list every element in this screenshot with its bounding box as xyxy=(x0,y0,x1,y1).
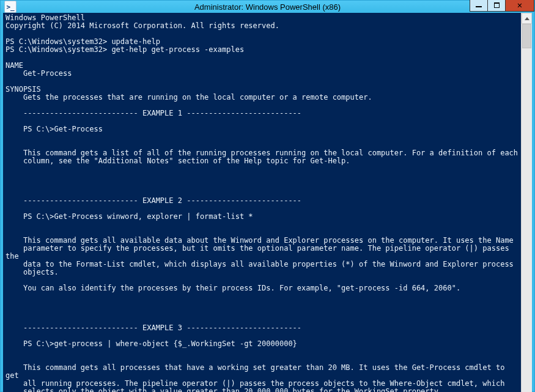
example-command: PS C:\>get-process | where-object {$_.Wo… xyxy=(6,339,297,348)
example-description: This command gets all processes that hav… xyxy=(6,363,509,392)
minimize-button[interactable] xyxy=(470,0,488,12)
section-header: NAME xyxy=(6,61,23,70)
banner-line: Windows PowerShell xyxy=(6,13,85,22)
client-area: Windows PowerShell Copyright (C) 2014 Mi… xyxy=(3,13,532,392)
window-title: Administrator: Windows PowerShell (x86) xyxy=(1,2,534,12)
example-description: This command gets all available data abo… xyxy=(6,236,514,276)
prompt-line: PS C:\Windows\system32> update-help xyxy=(6,37,160,46)
maximize-icon xyxy=(494,2,500,8)
powershell-window: >_ Administrator: Windows PowerShell (x8… xyxy=(0,0,535,392)
scrollbar-thumb[interactable] xyxy=(522,24,531,48)
section-header: SYNOPSIS xyxy=(6,85,41,94)
titlebar[interactable]: >_ Administrator: Windows PowerShell (x8… xyxy=(1,1,534,13)
section-value: Get-Process xyxy=(6,69,72,78)
example-command: PS C:\>Get-Process winword, explorer | f… xyxy=(6,212,253,221)
example-rule: -------------------------- EXAMPLE 2 ---… xyxy=(6,196,301,205)
example-description: This command gets a list of all of the r… xyxy=(6,149,518,165)
close-icon: ✕ xyxy=(517,1,522,9)
prompt-line: PS C:\Windows\system32> get-help get-pro… xyxy=(6,45,244,54)
close-button[interactable]: ✕ xyxy=(505,0,534,12)
scroll-up-button[interactable] xyxy=(522,13,532,24)
section-value: Gets the processes that are running on t… xyxy=(6,93,372,102)
system-menu-icon[interactable]: >_ xyxy=(4,1,17,13)
chevron-up-icon xyxy=(525,17,529,20)
minimize-icon xyxy=(476,6,482,7)
vertical-scrollbar[interactable] xyxy=(521,13,532,392)
example-command: PS C:\>Get-Process xyxy=(6,125,103,133)
example-note: You can also identify the processes by t… xyxy=(6,284,460,292)
example-rule: -------------------------- EXAMPLE 3 ---… xyxy=(6,324,301,332)
window-controls: ✕ xyxy=(470,0,534,12)
terminal-output[interactable]: Windows PowerShell Copyright (C) 2014 Mi… xyxy=(3,13,521,392)
maximize-button[interactable] xyxy=(487,0,506,12)
example-rule: -------------------------- EXAMPLE 1 ---… xyxy=(6,109,301,117)
scrollbar-track[interactable] xyxy=(522,24,532,392)
banner-line: Copyright (C) 2014 Microsoft Corporation… xyxy=(6,21,279,30)
